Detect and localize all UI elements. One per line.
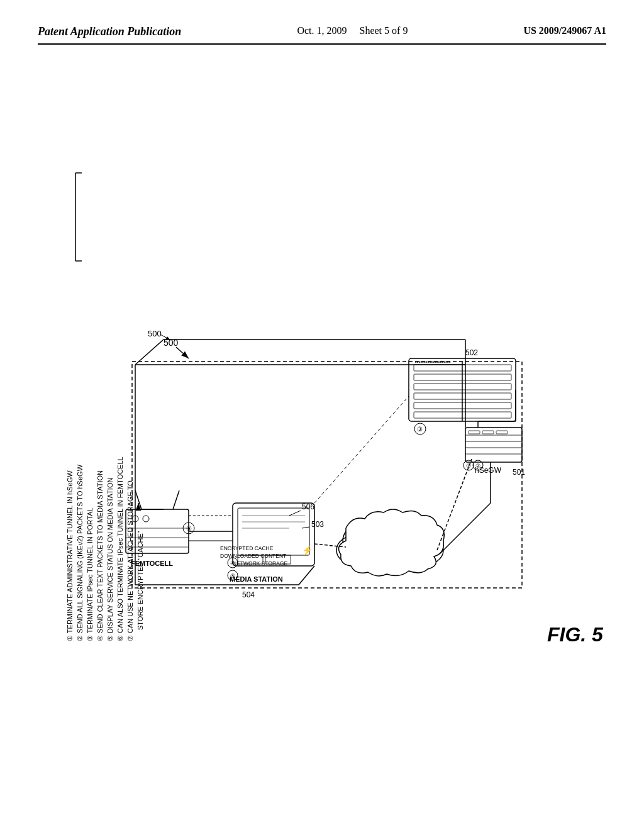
femtocell-antenna2 [173, 490, 179, 509]
femtocell-label: FEMTOCELL [131, 560, 173, 567]
hseGW-to-cloud-diag [440, 503, 491, 553]
ref-503: 503 [311, 520, 324, 529]
hseGW-bay1 [469, 431, 480, 434]
annotation-3: ③ TERMINATE IPsec TUNNEL IN PORTAL [86, 507, 94, 641]
ref-503-arrow [302, 527, 309, 528]
label-2-hseGW: ② [475, 463, 480, 469]
annotation-2: ② SEND ALL SIGNALING (IKEv2) PACKETS TO … [76, 464, 84, 641]
fc-to-box-arrow [138, 503, 164, 509]
page-header: Patent Application Publication Oct. 1, 2… [38, 25, 606, 45]
ref-502: 502 [465, 348, 478, 357]
nas-indicator-row: ▪▪▪▪▪▪▪▪▪▪▪▪▪▪▪▪▪▪▪▪ [415, 359, 451, 365]
label-5-ms: ⑤ [230, 573, 235, 579]
ref-506: 506 [302, 502, 314, 511]
lightning-symbol: ⚡ [302, 545, 313, 556]
annotation-7-line2: STORE ENCRYPTED "CACHE" [136, 531, 144, 630]
patent-number: US 2009/249067 A1 [523, 25, 606, 36]
patent-page: Patent Application Publication Oct. 1, 2… [0, 0, 644, 830]
diag-bottom-right [299, 566, 314, 585]
downloaded-content-label: DOWNLOADED CONTENT [220, 553, 286, 559]
sheet-info: Sheet 5 of 9 [360, 25, 408, 36]
connection-rect [132, 362, 522, 588]
cloud-path [338, 509, 444, 576]
hseGW-bay2 [482, 431, 494, 434]
figure-5-diagram: ① TERMINATE ADMINISTRATIVE TUNNEL IN hSe… [38, 75, 604, 767]
ref-501: 501 [513, 468, 525, 477]
annotation-4: ④ SEND CLEAR TEXT PACKETS TO MEDIA STATI… [96, 470, 104, 641]
figure-label: FIG. 5 [547, 623, 604, 646]
label-3-nas: ③ [417, 426, 423, 433]
ref-500-arrow [176, 347, 189, 358]
publication-title: Patent Application Publication [38, 25, 181, 38]
annotation-6: ⑥ CAN ALSO TERMINATE IPsec TUNNEL IN FEM… [116, 456, 124, 641]
network-storage-label: NETWORK STORAGE [233, 560, 288, 567]
header-center: Oct. 1, 2009 Sheet 5 of 9 [297, 25, 408, 36]
label-4-ms: ④ [230, 560, 235, 567]
publication-date: Oct. 1, 2009 [297, 25, 347, 36]
label-500: 500 [148, 329, 162, 338]
ms-to-nas-dashed [314, 396, 409, 503]
femtocell-light2 [143, 516, 149, 522]
encrypted-cache-label: ENCRYPTED CACHE [220, 545, 274, 551]
kite-line1 [135, 340, 164, 365]
ref-506-arrow [289, 511, 301, 516]
annotation-5: ⑤ DISPLAY SERVICE STATUS ON MEDIA STATIO… [106, 478, 114, 641]
ref-504: 504 [242, 590, 255, 599]
hseGW-bay3 [496, 431, 508, 434]
annotation-1: ① TERMINATE ADMINISTRATIVE TUNNEL IN hSe… [66, 470, 74, 641]
